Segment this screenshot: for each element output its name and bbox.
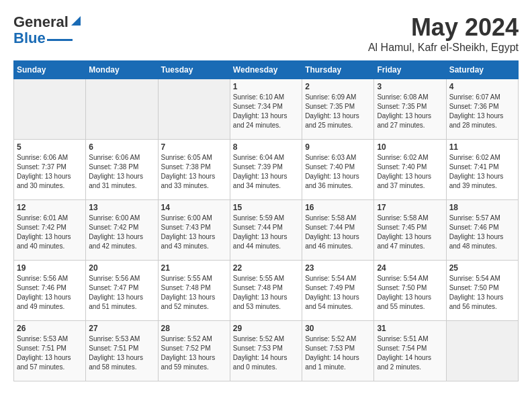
day-number: 26 <box>17 324 83 333</box>
day-number: 3 <box>377 82 443 91</box>
calendar-cell: 2Sunrise: 6:09 AM Sunset: 7:35 PM Daylig… <box>302 79 374 140</box>
calendar-cell: 6Sunrise: 6:06 AM Sunset: 7:38 PM Daylig… <box>86 140 158 200</box>
day-number: 20 <box>89 263 154 273</box>
day-number: 5 <box>17 142 83 152</box>
day-info: Sunrise: 6:10 AM Sunset: 7:34 PM Dayligh… <box>233 93 299 130</box>
day-info: Sunrise: 5:56 AM Sunset: 7:47 PM Dayligh… <box>89 274 154 312</box>
day-info: Sunrise: 5:53 AM Sunset: 7:51 PM Dayligh… <box>89 334 154 372</box>
calendar-cell: 1Sunrise: 6:10 AM Sunset: 7:34 PM Daylig… <box>230 79 302 140</box>
weekday-header-wednesday: Wednesday <box>230 61 302 79</box>
calendar-cell: 13Sunrise: 6:00 AM Sunset: 7:42 PM Dayli… <box>86 200 158 261</box>
day-info: Sunrise: 6:05 AM Sunset: 7:38 PM Dayligh… <box>161 153 227 191</box>
day-info: Sunrise: 6:02 AM Sunset: 7:40 PM Dayligh… <box>377 153 443 191</box>
logo-arrow-icon <box>70 15 82 27</box>
calendar-week-2: 5Sunrise: 6:06 AM Sunset: 7:37 PM Daylig… <box>14 140 519 200</box>
calendar-cell: 27Sunrise: 5:53 AM Sunset: 7:51 PM Dayli… <box>86 321 158 381</box>
day-number: 15 <box>233 203 299 212</box>
calendar-cell: 12Sunrise: 6:01 AM Sunset: 7:42 PM Dayli… <box>14 200 86 261</box>
day-info: Sunrise: 5:59 AM Sunset: 7:44 PM Dayligh… <box>233 214 299 251</box>
day-number: 24 <box>377 263 443 273</box>
day-info: Sunrise: 5:51 AM Sunset: 7:54 PM Dayligh… <box>377 334 443 372</box>
day-number: 28 <box>161 324 227 333</box>
day-number: 19 <box>17 263 83 273</box>
weekday-header-monday: Monday <box>86 61 158 79</box>
calendar-cell <box>158 79 230 140</box>
calendar-week-5: 26Sunrise: 5:53 AM Sunset: 7:51 PM Dayli… <box>14 321 519 381</box>
calendar-cell: 14Sunrise: 6:00 AM Sunset: 7:43 PM Dayli… <box>158 200 230 261</box>
day-number: 31 <box>377 324 443 333</box>
calendar-cell <box>446 321 518 381</box>
weekday-header-thursday: Thursday <box>302 61 374 79</box>
day-number: 10 <box>377 142 443 152</box>
page-header: General Blue May 2024 Al Hamul, Kafr el-… <box>13 13 519 54</box>
logo-text: General <box>13 13 69 31</box>
logo: General Blue <box>13 13 82 47</box>
calendar-cell: 8Sunrise: 6:04 AM Sunset: 7:39 PM Daylig… <box>230 140 302 200</box>
day-info: Sunrise: 6:08 AM Sunset: 7:35 PM Dayligh… <box>377 93 443 130</box>
day-number: 6 <box>89 142 154 152</box>
day-number: 1 <box>233 82 299 91</box>
day-number: 2 <box>305 82 371 91</box>
day-number: 12 <box>17 203 83 212</box>
calendar-cell: 30Sunrise: 5:52 AM Sunset: 7:53 PM Dayli… <box>302 321 374 381</box>
day-info: Sunrise: 5:55 AM Sunset: 7:48 PM Dayligh… <box>233 274 299 312</box>
day-number: 21 <box>161 263 227 273</box>
calendar-week-1: 1Sunrise: 6:10 AM Sunset: 7:34 PM Daylig… <box>14 79 519 140</box>
day-info: Sunrise: 5:54 AM Sunset: 7:50 PM Dayligh… <box>377 274 443 312</box>
day-info: Sunrise: 5:58 AM Sunset: 7:44 PM Dayligh… <box>305 214 371 251</box>
day-number: 9 <box>305 142 371 152</box>
calendar-cell: 26Sunrise: 5:53 AM Sunset: 7:51 PM Dayli… <box>14 321 86 381</box>
day-number: 11 <box>449 142 515 152</box>
logo-blue-text: Blue <box>13 30 46 47</box>
day-info: Sunrise: 6:09 AM Sunset: 7:35 PM Dayligh… <box>305 93 371 130</box>
day-info: Sunrise: 6:04 AM Sunset: 7:39 PM Dayligh… <box>233 153 299 191</box>
calendar-cell: 18Sunrise: 5:57 AM Sunset: 7:46 PM Dayli… <box>446 200 518 261</box>
day-info: Sunrise: 6:00 AM Sunset: 7:42 PM Dayligh… <box>89 214 154 251</box>
day-number: 7 <box>161 142 227 152</box>
calendar-cell: 3Sunrise: 6:08 AM Sunset: 7:35 PM Daylig… <box>374 79 446 140</box>
day-info: Sunrise: 5:57 AM Sunset: 7:46 PM Dayligh… <box>449 214 515 251</box>
calendar-cell: 31Sunrise: 5:51 AM Sunset: 7:54 PM Dayli… <box>374 321 446 381</box>
day-info: Sunrise: 6:01 AM Sunset: 7:42 PM Dayligh… <box>17 214 83 251</box>
calendar-cell <box>14 79 86 140</box>
calendar-table: SundayMondayTuesdayWednesdayThursdayFrid… <box>13 60 519 381</box>
day-number: 29 <box>233 324 299 333</box>
weekday-header-sunday: Sunday <box>14 61 86 79</box>
calendar-body: 1Sunrise: 6:10 AM Sunset: 7:34 PM Daylig… <box>14 79 519 381</box>
day-info: Sunrise: 6:06 AM Sunset: 7:38 PM Dayligh… <box>89 153 154 191</box>
calendar-cell: 17Sunrise: 5:58 AM Sunset: 7:45 PM Dayli… <box>374 200 446 261</box>
day-info: Sunrise: 6:02 AM Sunset: 7:41 PM Dayligh… <box>449 153 515 191</box>
logo-general: General <box>13 13 69 30</box>
calendar-cell: 4Sunrise: 6:07 AM Sunset: 7:36 PM Daylig… <box>446 79 518 140</box>
day-number: 27 <box>89 324 154 333</box>
calendar-week-4: 19Sunrise: 5:56 AM Sunset: 7:46 PM Dayli… <box>14 261 519 321</box>
calendar-cell: 11Sunrise: 6:02 AM Sunset: 7:41 PM Dayli… <box>446 140 518 200</box>
day-number: 30 <box>305 324 371 333</box>
calendar-cell: 10Sunrise: 6:02 AM Sunset: 7:40 PM Dayli… <box>374 140 446 200</box>
day-number: 17 <box>377 203 443 212</box>
day-number: 23 <box>305 263 371 273</box>
day-number: 16 <box>305 203 371 212</box>
calendar-cell: 23Sunrise: 5:54 AM Sunset: 7:49 PM Dayli… <box>302 261 374 321</box>
calendar-week-3: 12Sunrise: 6:01 AM Sunset: 7:42 PM Dayli… <box>14 200 519 261</box>
day-number: 8 <box>233 142 299 152</box>
day-number: 14 <box>161 203 227 212</box>
calendar-cell: 22Sunrise: 5:55 AM Sunset: 7:48 PM Dayli… <box>230 261 302 321</box>
calendar-cell: 5Sunrise: 6:06 AM Sunset: 7:37 PM Daylig… <box>14 140 86 200</box>
calendar-cell <box>86 79 158 140</box>
calendar-cell: 7Sunrise: 6:05 AM Sunset: 7:38 PM Daylig… <box>158 140 230 200</box>
weekday-header-friday: Friday <box>374 61 446 79</box>
svg-marker-0 <box>71 16 81 26</box>
calendar-cell: 15Sunrise: 5:59 AM Sunset: 7:44 PM Dayli… <box>230 200 302 261</box>
day-info: Sunrise: 6:03 AM Sunset: 7:40 PM Dayligh… <box>305 153 371 191</box>
calendar-cell: 21Sunrise: 5:55 AM Sunset: 7:48 PM Dayli… <box>158 261 230 321</box>
day-info: Sunrise: 6:06 AM Sunset: 7:37 PM Dayligh… <box>17 153 83 191</box>
day-number: 13 <box>89 203 154 212</box>
calendar-cell: 29Sunrise: 5:52 AM Sunset: 7:53 PM Dayli… <box>230 321 302 381</box>
day-info: Sunrise: 5:52 AM Sunset: 7:52 PM Dayligh… <box>161 334 227 372</box>
calendar-cell: 20Sunrise: 5:56 AM Sunset: 7:47 PM Dayli… <box>86 261 158 321</box>
day-info: Sunrise: 6:07 AM Sunset: 7:36 PM Dayligh… <box>449 93 515 130</box>
day-info: Sunrise: 5:58 AM Sunset: 7:45 PM Dayligh… <box>377 214 443 251</box>
day-info: Sunrise: 5:52 AM Sunset: 7:53 PM Dayligh… <box>233 334 299 372</box>
day-info: Sunrise: 6:00 AM Sunset: 7:43 PM Dayligh… <box>161 214 227 251</box>
